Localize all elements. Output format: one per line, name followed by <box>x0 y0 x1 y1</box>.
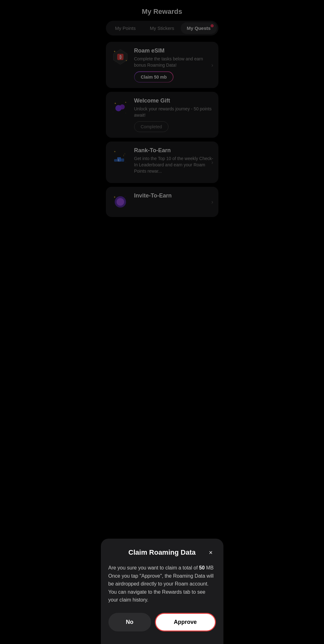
dim-overlay <box>101 0 223 245</box>
